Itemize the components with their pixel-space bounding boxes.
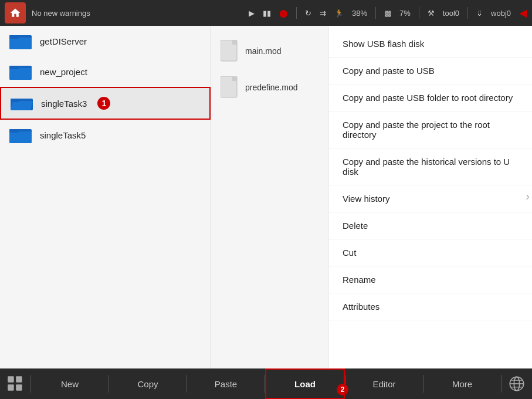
editor-button[interactable]: Editor xyxy=(345,368,423,399)
svg-rect-4 xyxy=(9,68,32,80)
new-button[interactable]: New xyxy=(31,368,109,399)
file-main-mod[interactable]: main.mod xyxy=(216,35,323,67)
wobj-label: wobj0 xyxy=(491,9,511,18)
folder-label: new_project xyxy=(40,67,87,77)
more-button[interactable]: More xyxy=(423,368,501,399)
menu-view-history[interactable]: View history xyxy=(328,185,532,212)
home-button[interactable] xyxy=(5,2,26,23)
menu-copy-usb-folder[interactable]: Copy and paste USB folder to root direct… xyxy=(328,84,532,111)
skip-icon[interactable]: ⇉ xyxy=(320,9,326,18)
file-name: predefine.mod xyxy=(245,83,298,92)
menu-copy-project[interactable]: Copy and paste the project to the root d… xyxy=(328,111,532,148)
file-tree-panel: getDIServer new_project singleTask3 xyxy=(0,26,211,368)
warning-label: No new warnings xyxy=(32,9,243,18)
topbar: No new warnings ▶ ▮▮ ⬤ ↻ ⇉ 🏃 38% ▩ 7% ⚒ … xyxy=(0,0,532,26)
pause-icon[interactable]: ▮▮ xyxy=(263,9,271,18)
folder-label: getDIServer xyxy=(40,36,87,46)
svg-rect-14 xyxy=(232,40,237,45)
menu-cut[interactable]: Cut xyxy=(328,239,532,266)
svg-rect-20 xyxy=(8,384,14,391)
svg-rect-18 xyxy=(8,376,14,383)
svg-rect-10 xyxy=(9,131,32,143)
folder-icon xyxy=(9,126,33,144)
sidebar-item-getDIServer[interactable]: getDIServer xyxy=(0,26,211,56)
run-percent: 38% xyxy=(352,9,367,18)
menu-copy-history[interactable]: Copy and paste the historical versions t… xyxy=(328,148,532,185)
sidebar-item-singleTask5[interactable]: singleTask5 xyxy=(0,120,211,150)
topbar-icons: ▶ ▮▮ ⬤ ↻ ⇉ 🏃 38% ▩ 7% ⚒ tool0 ⇓ wobj0 ◀ xyxy=(249,6,527,19)
svg-rect-2 xyxy=(9,35,19,39)
svg-rect-11 xyxy=(9,129,19,133)
grid-icon-button[interactable] xyxy=(0,368,31,399)
record-icon[interactable]: ⬤ xyxy=(279,9,288,18)
folder-icon xyxy=(9,62,33,81)
doc-icon xyxy=(221,40,239,62)
scroll-indicator: › xyxy=(526,190,530,202)
file-predefine-mod[interactable]: predefine.mod xyxy=(216,72,323,103)
folder-icon-open xyxy=(11,94,34,113)
globe-button[interactable] xyxy=(501,368,532,399)
svg-rect-8 xyxy=(11,99,19,102)
menu-show-usb[interactable]: Show USB flash disk xyxy=(328,31,532,58)
svg-rect-5 xyxy=(9,66,19,69)
menu-delete[interactable]: Delete xyxy=(328,212,532,239)
tool-label: tool0 xyxy=(443,9,459,18)
monitor-icon: ▩ xyxy=(384,9,391,18)
step-badge-1: 1 xyxy=(97,97,110,110)
folder-label: singleTask3 xyxy=(41,99,87,109)
doc-icon xyxy=(221,76,239,99)
load-button[interactable]: Load 2 xyxy=(265,368,345,399)
sidebar-item-singleTask3[interactable]: singleTask3 1 xyxy=(0,87,211,120)
cpu-percent: 7% xyxy=(399,9,411,18)
file-name: main.mod xyxy=(245,46,281,56)
context-menu-panel: Show USB flash disk Copy and paste to US… xyxy=(328,26,532,368)
loop-icon[interactable]: ↻ xyxy=(305,9,311,18)
paste-button[interactable]: Paste xyxy=(187,368,265,399)
menu-rename[interactable]: Rename xyxy=(328,266,532,293)
menu-attributes[interactable]: Attributes xyxy=(328,293,532,320)
file-content-panel: main.mod predefine.mod xyxy=(211,26,328,368)
folder-icon xyxy=(9,32,33,50)
menu-copy-usb[interactable]: Copy and paste to USB xyxy=(328,58,532,84)
download-icon[interactable]: ⇓ xyxy=(476,9,483,18)
copy-button[interactable]: Copy xyxy=(109,368,187,399)
svg-marker-7 xyxy=(11,101,33,110)
run-icon[interactable]: 🏃 xyxy=(334,9,344,18)
svg-rect-21 xyxy=(16,384,22,391)
signal-icon: ◀ xyxy=(519,6,527,19)
svg-rect-1 xyxy=(9,38,32,49)
tools-icon[interactable]: ⚒ xyxy=(428,9,435,18)
svg-rect-19 xyxy=(16,376,22,383)
cursor-icon[interactable]: ▶ xyxy=(249,9,255,18)
main-area: getDIServer new_project singleTask3 xyxy=(0,26,532,368)
context-menu: Show USB flash disk Copy and paste to US… xyxy=(328,26,532,325)
folder-label: singleTask5 xyxy=(40,130,86,140)
bottombar: New Copy Paste Load 2 Editor More xyxy=(0,368,532,399)
sidebar-item-new_project[interactable]: new_project xyxy=(0,56,211,87)
svg-rect-17 xyxy=(232,76,237,81)
